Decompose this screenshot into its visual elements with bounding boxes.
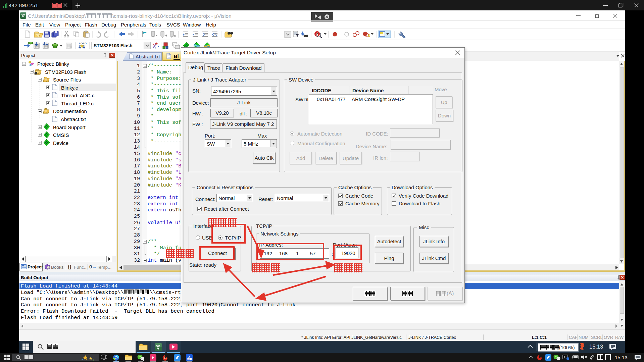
svg-text:G: G: [164, 356, 167, 360]
svg-text:J: J: [188, 355, 190, 358]
svg-text:Link: Link: [187, 358, 190, 360]
svg-text:?: ?: [48, 266, 50, 269]
svg-text:LOAD: LOAD: [79, 42, 87, 45]
